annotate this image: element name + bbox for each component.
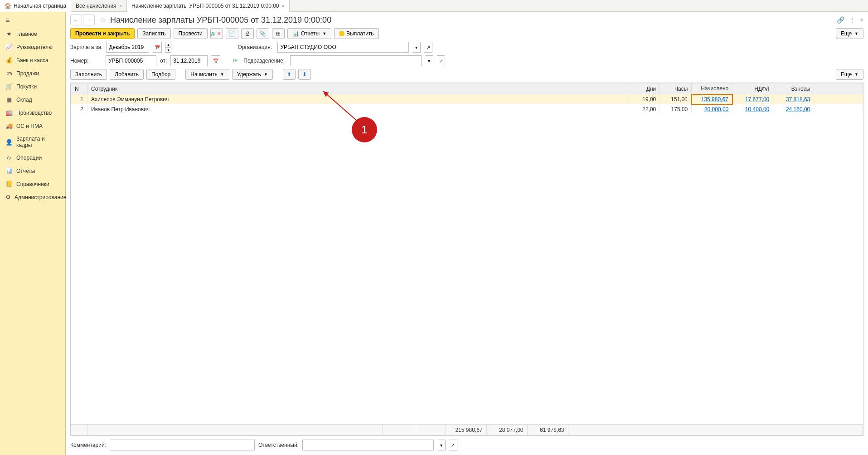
org-input[interactable]: [277, 42, 409, 53]
responsible-input[interactable]: [302, 440, 434, 450]
tab-all-accruals[interactable]: Все начисления ×: [71, 0, 127, 12]
withhold-button[interactable]: Удержать▼: [232, 69, 273, 80]
date-input[interactable]: [170, 55, 208, 66]
move-up-button[interactable]: ⬆: [283, 69, 296, 80]
org-label: Организация:: [238, 44, 274, 50]
col-hours[interactable]: Часы: [660, 83, 692, 94]
spin-down-icon[interactable]: ▼: [165, 47, 171, 53]
chart-icon: 📈: [5, 44, 13, 50]
col-days[interactable]: Дни: [628, 83, 660, 94]
sidebar-item-reports[interactable]: 📊 Отчеты: [0, 164, 65, 177]
sidebar-item-main[interactable]: ★ Главное: [0, 27, 65, 40]
close-icon[interactable]: ×: [860, 16, 863, 24]
col-employee[interactable]: Сотрудник: [87, 83, 628, 94]
settings-button[interactable]: ⊞: [272, 28, 285, 39]
sidebar-item-label: Администрирование: [15, 194, 66, 201]
total-contrib: 61 978,63: [527, 425, 568, 435]
cell-ndfl[interactable]: 17 677,00: [732, 94, 773, 104]
sidebar-item-admin[interactable]: ⚙ Администрирование: [0, 191, 65, 204]
more-label: Еще: [841, 30, 852, 37]
salary-for-label: Зарплата за:: [70, 44, 102, 50]
print-button[interactable]: 🖨: [241, 28, 254, 39]
more-icon[interactable]: ⋮: [849, 16, 855, 24]
attach-button[interactable]: 📎: [257, 28, 269, 39]
sidebar-item-production[interactable]: 🏭 Производство: [0, 106, 65, 119]
post-button[interactable]: Провести: [174, 28, 208, 39]
spin-up-icon[interactable]: ▲: [165, 42, 171, 47]
sidebar-item-assets[interactable]: 🚚 ОС и НМА: [0, 119, 65, 132]
fill-button[interactable]: Заполнить: [70, 69, 107, 80]
comment-input[interactable]: [110, 440, 255, 450]
nav-back-button[interactable]: ←: [70, 15, 82, 25]
cell-ndfl[interactable]: 10 400,00: [732, 104, 773, 114]
cell-contrib[interactable]: 24 160,00: [773, 104, 814, 114]
open-icon[interactable]: ↗: [424, 42, 432, 53]
col-accrued[interactable]: Начислено: [692, 83, 732, 94]
sidebar-item-purchases[interactable]: 🛒 Покупки: [0, 80, 65, 93]
refresh-icon[interactable]: ⟳: [233, 58, 238, 64]
open-icon[interactable]: ↗: [437, 55, 445, 66]
favorite-icon[interactable]: ☆: [99, 15, 107, 25]
cell-days: 19,00: [628, 94, 660, 104]
sidebar: ≡ ★ Главное 📈 Руководителю 💰 Банк и касс…: [0, 12, 66, 455]
sidebar-item-label: ОС и НМА: [16, 123, 43, 129]
more-label: Еще: [841, 71, 852, 78]
col-n[interactable]: N: [71, 83, 87, 94]
move-down-button[interactable]: ⬇: [298, 69, 311, 80]
factory-icon: 🏭: [5, 109, 13, 116]
sidebar-item-sales[interactable]: 🛍 Продажи: [0, 67, 65, 80]
col-contrib[interactable]: Взносы: [773, 83, 814, 94]
tab-home[interactable]: 🏠 Начальная страница: [0, 0, 71, 12]
dt-kt-button[interactable]: ДтКт: [210, 28, 223, 39]
col-ndfl[interactable]: НДФЛ: [732, 83, 773, 94]
from-label: от:: [160, 58, 167, 64]
doc-button[interactable]: 📄: [226, 28, 238, 39]
more-button[interactable]: Еще▼: [836, 69, 863, 80]
pay-button[interactable]: Выплатить: [334, 28, 379, 39]
bars-icon: 📊: [5, 167, 13, 174]
calendar-icon[interactable]: 📅: [211, 55, 220, 66]
post-and-close-button[interactable]: Провести и закрыть: [70, 28, 135, 39]
sidebar-item-warehouse[interactable]: ▦ Склад: [0, 93, 65, 106]
burger-icon[interactable]: ≡: [0, 14, 65, 27]
sidebar-item-operations[interactable]: Дт Операции: [0, 152, 65, 164]
dropdown-icon[interactable]: ▾: [412, 42, 421, 53]
close-icon[interactable]: ×: [282, 3, 285, 9]
table-row[interactable]: 1 Ахилесов Эммануил Петрович 19,00 151,0…: [71, 94, 863, 104]
dept-input[interactable]: [290, 55, 422, 66]
sidebar-item-bank[interactable]: 💰 Банк и касса: [0, 54, 65, 67]
cell-accrued[interactable]: 135 980,67: [692, 94, 732, 104]
bag-icon: 🛍: [5, 70, 13, 77]
pick-button[interactable]: Подбор: [146, 69, 175, 80]
cell-employee: Иванов Петр Иванович: [87, 104, 628, 114]
cell-accrued[interactable]: 80 000,00: [692, 104, 732, 114]
content: ← → ☆ Начисление зарплаты УРБП-000005 от…: [66, 12, 868, 455]
sidebar-item-catalogs[interactable]: 📒 Справочники: [0, 177, 65, 191]
sidebar-item-manager[interactable]: 📈 Руководителю: [0, 40, 65, 54]
sidebar-item-salary[interactable]: 👤 Зарплата и кадры: [0, 132, 65, 152]
more-button[interactable]: Еще▼: [836, 28, 863, 39]
calendar-icon[interactable]: 📅: [153, 42, 162, 53]
tab-document[interactable]: Начисление зарплаты УРБП-000005 от 31.12…: [127, 0, 290, 12]
salary-for-input[interactable]: [106, 42, 149, 53]
pay-label: Выплатить: [346, 30, 374, 37]
responsible-label: Ответственный:: [258, 442, 299, 448]
dropdown-icon[interactable]: ▾: [425, 55, 433, 66]
number-input[interactable]: [106, 55, 156, 66]
reports-button[interactable]: 📊 Отчеты▼: [287, 28, 331, 39]
add-button[interactable]: Добавить: [110, 69, 144, 80]
open-icon[interactable]: ↗: [449, 440, 457, 450]
cell-contrib[interactable]: 37 818,63: [773, 94, 814, 104]
link-icon[interactable]: 🔗: [837, 16, 844, 24]
table-row[interactable]: 2 Иванов Петр Иванович 22,00 175,00 80 0…: [71, 104, 863, 114]
total-accrued: 215 980,67: [446, 425, 486, 435]
save-button[interactable]: Записать: [137, 28, 170, 39]
sidebar-item-label: Продажи: [16, 70, 39, 77]
nav-forward-button[interactable]: →: [83, 15, 95, 25]
employee-table: N Сотрудник Дни Часы Начислено НДФЛ Взно…: [70, 83, 863, 436]
accrue-button[interactable]: Начислить▼: [185, 69, 229, 80]
dropdown-icon[interactable]: ▾: [437, 440, 446, 450]
coin-icon: [339, 31, 344, 36]
annotation-number: 1: [361, 123, 367, 136]
close-icon[interactable]: ×: [119, 3, 122, 9]
